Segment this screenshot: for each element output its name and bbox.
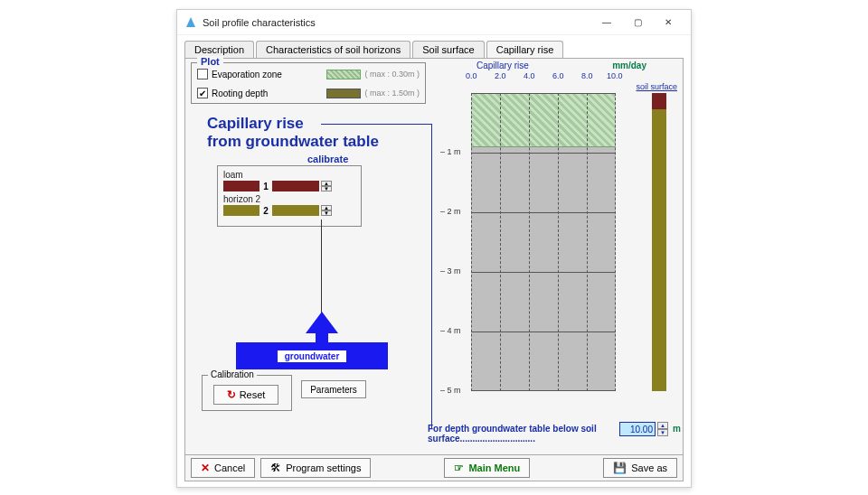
cancel-button[interactable]: ✕ Cancel (191, 458, 255, 478)
calibration-group: Calibration ↻ Reset (202, 375, 292, 411)
evaporation-max: ( max : 0.30m ) (364, 70, 420, 79)
evaporation-swatch (326, 70, 361, 79)
layer2-bar-right (272, 205, 319, 216)
rooting-swatch (326, 89, 361, 98)
xtick-8: 8.0 (581, 71, 593, 80)
ytick-5: – 5 m (440, 386, 461, 395)
capillary-arrow-stem (316, 332, 328, 342)
plot-group: Plot Evaporation zone ( max : 0.30m ) ✔ … (191, 62, 426, 104)
minimize-button[interactable]: — (591, 13, 622, 33)
reset-icon: ↻ (227, 388, 236, 401)
close-button[interactable]: ✕ (653, 13, 684, 33)
reset-label: Reset (240, 389, 266, 400)
layer2-row: 2 ▲▼ (223, 205, 355, 216)
xtick-6: 6.0 (552, 71, 564, 80)
xtick-2: 2.0 (495, 71, 506, 80)
program-settings-button[interactable]: 🛠 Program settings (260, 458, 371, 478)
parameters-button[interactable]: Parameters (301, 380, 366, 398)
ytick-1: – 1 m (440, 147, 461, 156)
ytick-3: – 3 m (440, 266, 461, 276)
calibration-legend: Calibration (208, 369, 257, 379)
tab-bar: Description Characteristics of soil hori… (184, 41, 684, 58)
arrow-stem-line (321, 219, 322, 313)
ytick-2: – 2 m (440, 207, 461, 216)
heading-line1: Capillary rise (207, 115, 304, 132)
soil-column-loam (652, 93, 666, 109)
tab-content: Plot Evaporation zone ( max : 0.30m ) ✔ … (184, 58, 684, 461)
layer1-row: 1 ▲▼ (223, 181, 355, 191)
tab-characteristics[interactable]: Characteristics of soil horizons (256, 41, 410, 58)
heading-line2: from groundwater table (207, 133, 379, 150)
evaporation-label: Evaporation zone (212, 70, 282, 79)
heading-connector-v (431, 124, 432, 429)
settings-icon: 🛠 (270, 462, 281, 474)
reset-button[interactable]: ↻ Reset (213, 385, 278, 405)
groundwater-label: groundwater (278, 350, 347, 362)
rooting-max: ( max : 1.50m ) (364, 89, 420, 98)
soil-surface-label: soil surface (636, 82, 677, 91)
xtick-4: 4.0 (524, 71, 535, 80)
calibrate-label: calibrate (307, 154, 348, 164)
layer2-bar-left (223, 205, 259, 216)
chart-area: Capillary rise mm/day soil surface 0.0 2… (439, 61, 683, 422)
depth-label: For depth groundwater table below soil s… (428, 424, 597, 444)
chart-green-zone (471, 93, 616, 147)
cancel-label: Cancel (214, 462, 245, 473)
xtick-0: 0.0 (466, 71, 477, 80)
heading-connector (321, 124, 431, 125)
maximize-button[interactable]: ▢ (622, 13, 653, 33)
layer2-name: horizon 2 (223, 194, 355, 204)
layer1-bar-right (272, 181, 319, 191)
titlebar: Soil profile characteristics — ▢ ✕ (177, 10, 691, 35)
depth-spinner[interactable]: ▲▼ (657, 422, 668, 436)
chart-grey-zone (471, 147, 616, 391)
depth-unit: m (673, 424, 681, 434)
ytick-4: – 4 m (440, 326, 461, 335)
layer2-number: 2 (261, 206, 270, 216)
save-as-button[interactable]: 💾 Save as (603, 458, 677, 478)
app-window: Soil profile characteristics — ▢ ✕ Descr… (176, 9, 692, 488)
cancel-icon: ✕ (201, 462, 210, 474)
plot-legend: Plot (197, 56, 223, 67)
section-heading: Capillary rise from groundwater table (207, 115, 379, 150)
chart-unit: mm/day (612, 61, 646, 70)
main-menu-button[interactable]: ☞ Main Menu (444, 458, 530, 478)
button-bar: ✕ Cancel 🛠 Program settings ☞ Main Menu … (184, 454, 684, 481)
xtick-10: 10.0 (607, 71, 623, 80)
groundwater-box: groundwater (236, 342, 388, 369)
rooting-label: Rooting depth (212, 89, 268, 98)
capillary-arrow-icon (306, 312, 338, 333)
save-as-label: Save as (631, 462, 667, 473)
svg-marker-0 (186, 17, 195, 27)
layer1-number: 1 (261, 182, 270, 191)
soil-layers-panel: loam 1 ▲▼ horizon 2 2 ▲▼ (217, 165, 362, 227)
evaporation-checkbox[interactable] (197, 69, 208, 79)
depth-input[interactable] (619, 422, 656, 436)
depth-row: For depth groundwater table below soil s… (428, 424, 683, 444)
soil-column (652, 93, 666, 391)
main-menu-icon: ☞ (454, 462, 464, 474)
window-title: Soil profile characteristics (203, 17, 591, 28)
layer2-spinner[interactable]: ▲▼ (321, 205, 332, 216)
tab-soil-surface[interactable]: Soil surface (412, 41, 484, 58)
chart-xlabel: Capillary rise (476, 61, 529, 70)
program-settings-label: Program settings (286, 462, 361, 473)
main-menu-label: Main Menu (468, 462, 520, 473)
app-icon (184, 16, 197, 29)
rooting-checkbox[interactable]: ✔ (197, 88, 208, 98)
tab-capillary-rise[interactable]: Capillary rise (486, 41, 564, 58)
layer1-name: loam (223, 170, 355, 180)
save-icon: 💾 (613, 462, 627, 474)
layer1-spinner[interactable]: ▲▼ (321, 181, 332, 191)
layer1-bar-left (223, 181, 259, 191)
chart-plot (471, 93, 616, 391)
parameters-label: Parameters (310, 385, 357, 395)
